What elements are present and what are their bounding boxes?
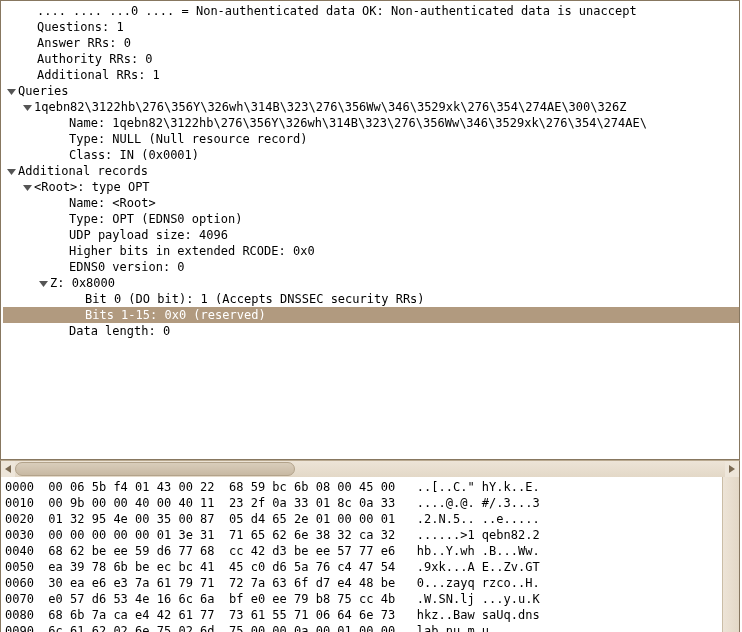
detail-text: UDP payload size: 4096 xyxy=(69,228,228,242)
hex-offset: 0090 xyxy=(5,624,34,632)
hex-row[interactable]: 0010 00 9b 00 00 40 00 40 11 23 2f 0a 33… xyxy=(5,495,718,511)
detail-line[interactable]: Name: <Root> xyxy=(3,195,739,211)
packet-bytes-pane[interactable]: 0000 00 06 5b f4 01 43 00 22 68 59 bc 6b… xyxy=(0,477,740,632)
hex-offset: 0030 xyxy=(5,528,34,542)
svg-marker-5 xyxy=(5,465,11,473)
hex-bytes: 73 61 55 71 06 64 6e 73 xyxy=(229,608,395,622)
detail-text: EDNS0 version: 0 xyxy=(69,260,185,274)
hex-offset: 0060 xyxy=(5,576,34,590)
hex-ascii: .9xk...A E..Zv.GT xyxy=(417,560,540,574)
hex-bytes: cc 42 d3 be ee 57 77 e6 xyxy=(229,544,395,558)
svg-marker-4 xyxy=(39,281,48,287)
detail-line[interactable]: Queries xyxy=(3,83,739,99)
detail-line[interactable]: Bits 1-15: 0x0 (reserved) xyxy=(3,307,739,323)
hex-ascii: lab.nu.m u....... xyxy=(417,624,540,632)
detail-line[interactable]: .... .... ...0 .... = Non-authenticated … xyxy=(3,3,739,19)
hex-offset: 0080 xyxy=(5,608,34,622)
detail-text: Authority RRs: 0 xyxy=(37,52,153,66)
hex-bytes: 68 6b 7a ca e4 42 61 77 xyxy=(48,608,214,622)
hex-row[interactable]: 0070 e0 57 d6 53 4e 16 6c 6a bf e0 ee 79… xyxy=(5,591,718,607)
detail-text: Z: 0x8000 xyxy=(50,276,115,290)
hex-ascii: ......>1 qebn82.2 xyxy=(417,528,540,542)
scroll-right-button[interactable] xyxy=(725,461,739,477)
tree-expand-toggle[interactable] xyxy=(23,99,32,108)
hex-bytes: 72 7a 63 6f d7 e4 48 be xyxy=(229,576,395,590)
detail-line[interactable]: Answer RRs: 0 xyxy=(3,35,739,51)
hex-row[interactable]: 0050 ea 39 78 6b be ec bc 41 45 c0 d6 5a… xyxy=(5,559,718,575)
detail-line[interactable]: EDNS0 version: 0 xyxy=(3,259,739,275)
horizontal-scrollbar[interactable] xyxy=(0,460,740,477)
hex-bytes: 68 62 be ee 59 d6 77 68 xyxy=(48,544,214,558)
svg-marker-2 xyxy=(7,169,16,175)
hex-ascii: .W.SN.lj ...y.u.K xyxy=(417,592,540,606)
detail-line[interactable]: Z: 0x8000 xyxy=(3,275,739,291)
detail-line[interactable]: Higher bits in extended RCODE: 0x0 xyxy=(3,243,739,259)
hex-offset: 0050 xyxy=(5,560,34,574)
svg-marker-3 xyxy=(23,185,32,191)
detail-line[interactable]: Additional records xyxy=(3,163,739,179)
detail-line[interactable]: Questions: 1 xyxy=(3,19,739,35)
packet-details-tree[interactable]: .... .... ...0 .... = Non-authenticated … xyxy=(1,1,739,341)
hex-bytes: 00 00 00 00 00 01 3e 31 xyxy=(48,528,214,542)
detail-text: Name: 1qebn82\3122hb\276\356Y\326wh\314B… xyxy=(69,116,647,130)
detail-text: Bit 0 (DO bit): 1 (Accepts DNSSEC securi… xyxy=(85,292,425,306)
detail-text: Queries xyxy=(18,84,69,98)
hex-offset: 0020 xyxy=(5,512,34,526)
hex-bytes: 00 9b 00 00 40 00 40 11 xyxy=(48,496,214,510)
hex-row[interactable]: 0090 6c 61 62 02 6e 75 02 6d 75 00 00 0a… xyxy=(5,623,718,632)
detail-text: Additional RRs: 1 xyxy=(37,68,160,82)
detail-text: .... .... ...0 .... = Non-authenticated … xyxy=(37,4,637,18)
detail-text: Additional records xyxy=(18,164,148,178)
detail-line[interactable]: Type: OPT (EDNS0 option) xyxy=(3,211,739,227)
packet-details-pane[interactable]: .... .... ...0 .... = Non-authenticated … xyxy=(0,0,740,460)
hex-row[interactable]: 0040 68 62 be ee 59 d6 77 68 cc 42 d3 be… xyxy=(5,543,718,559)
svg-marker-0 xyxy=(7,89,16,95)
detail-line[interactable]: UDP payload size: 4096 xyxy=(3,227,739,243)
detail-line[interactable]: 1qebn82\3122hb\276\356Y\326wh\314B\323\2… xyxy=(3,99,739,115)
hex-ascii: hkz..Baw saUq.dns xyxy=(417,608,540,622)
hex-row[interactable]: 0030 00 00 00 00 00 01 3e 31 71 65 62 6e… xyxy=(5,527,718,543)
tree-expand-toggle[interactable] xyxy=(39,275,48,284)
svg-marker-6 xyxy=(729,465,735,473)
detail-text: 1qebn82\3122hb\276\356Y\326wh\314B\323\2… xyxy=(34,100,626,114)
hex-row[interactable]: 0000 00 06 5b f4 01 43 00 22 68 59 bc 6b… xyxy=(5,479,718,495)
detail-text: Type: OPT (EDNS0 option) xyxy=(69,212,242,226)
scroll-left-button[interactable] xyxy=(1,461,15,477)
detail-line[interactable]: Type: NULL (Null resource record) xyxy=(3,131,739,147)
hex-row[interactable]: 0080 68 6b 7a ca e4 42 61 77 73 61 55 71… xyxy=(5,607,718,623)
tree-expand-toggle[interactable] xyxy=(7,83,16,92)
detail-text: Name: <Root> xyxy=(69,196,156,210)
hex-ascii: 0...zayq rzco..H. xyxy=(417,576,540,590)
hex-bytes: 00 06 5b f4 01 43 00 22 xyxy=(48,480,214,494)
detail-line[interactable]: <Root>: type OPT xyxy=(3,179,739,195)
svg-marker-1 xyxy=(23,105,32,111)
detail-text: Answer RRs: 0 xyxy=(37,36,131,50)
detail-text: Data length: 0 xyxy=(69,324,170,338)
detail-line[interactable]: Authority RRs: 0 xyxy=(3,51,739,67)
vertical-scrollbar[interactable] xyxy=(722,477,739,632)
detail-text: Class: IN (0x0001) xyxy=(69,148,199,162)
detail-line[interactable]: Data length: 0 xyxy=(3,323,739,339)
hex-ascii: .2.N.5.. ..e..... xyxy=(417,512,540,526)
hex-bytes: 23 2f 0a 33 01 8c 0a 33 xyxy=(229,496,395,510)
detail-text: <Root>: type OPT xyxy=(34,180,150,194)
detail-line[interactable]: Name: 1qebn82\3122hb\276\356Y\326wh\314B… xyxy=(3,115,739,131)
hex-dump[interactable]: 0000 00 06 5b f4 01 43 00 22 68 59 bc 6b… xyxy=(1,477,722,632)
hex-offset: 0010 xyxy=(5,496,34,510)
hex-bytes: 75 00 00 0a 00 01 00 00 xyxy=(229,624,395,632)
hex-bytes: 68 59 bc 6b 08 00 45 00 xyxy=(229,480,395,494)
hex-offset: 0040 xyxy=(5,544,34,558)
tree-expand-toggle[interactable] xyxy=(7,163,16,172)
hex-bytes: ea 39 78 6b be ec bc 41 xyxy=(48,560,214,574)
detail-line[interactable]: Class: IN (0x0001) xyxy=(3,147,739,163)
hex-ascii: ..[..C." hY.k..E. xyxy=(417,480,540,494)
tree-expand-toggle[interactable] xyxy=(23,179,32,188)
scroll-thumb[interactable] xyxy=(15,462,295,476)
hex-row[interactable]: 0020 01 32 95 4e 00 35 00 87 05 d4 65 2e… xyxy=(5,511,718,527)
detail-line[interactable]: Additional RRs: 1 xyxy=(3,67,739,83)
hex-row[interactable]: 0060 30 ea e6 e3 7a 61 79 71 72 7a 63 6f… xyxy=(5,575,718,591)
detail-text: Bits 1-15: 0x0 (reserved) xyxy=(85,308,266,322)
hex-bytes: 30 ea e6 e3 7a 61 79 71 xyxy=(48,576,214,590)
detail-line[interactable]: Bit 0 (DO bit): 1 (Accepts DNSSEC securi… xyxy=(3,291,739,307)
hex-bytes: 01 32 95 4e 00 35 00 87 xyxy=(48,512,214,526)
